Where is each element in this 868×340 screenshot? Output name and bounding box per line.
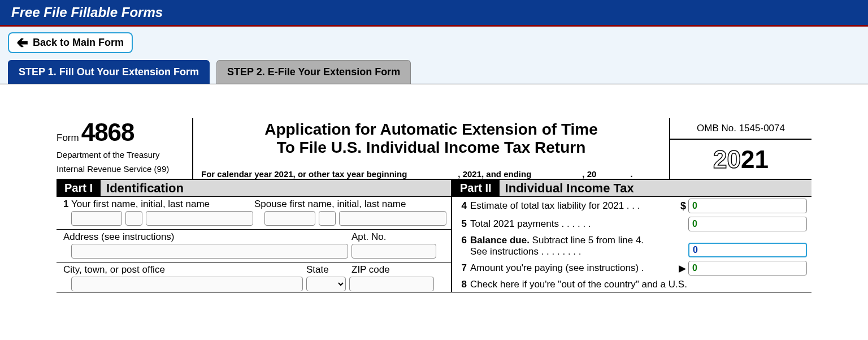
line-7-input[interactable] (688, 261, 807, 276)
line-4-label: Estimate of total tax liability for 2021… (470, 200, 677, 212)
city-label: City, town, or post office (63, 264, 165, 275)
tab-step-2[interactable]: STEP 2. E-File Your Extension Form (216, 60, 411, 84)
initial-input[interactable] (125, 211, 142, 226)
first-name-input[interactable] (71, 211, 122, 226)
app-title: Free File Fillable Forms (11, 5, 163, 20)
subheader: 🡰 Back to Main Form STEP 1. Fill Out You… (0, 27, 868, 84)
line-7-label: Amount you're paying (see instructions) … (470, 262, 679, 274)
app-header: Free File Fillable Forms (0, 0, 868, 27)
dept-line-1: Department of the Treasury (57, 150, 184, 161)
arrow-left-icon: 🡰 (17, 37, 28, 49)
part-2-badge: Part II (452, 180, 500, 196)
part-1-title: Identification (101, 181, 184, 196)
part-2-header: Part II Individual Income Tax (452, 180, 811, 197)
last-name-input[interactable] (146, 211, 253, 226)
part-1-header: Part I Identification (57, 180, 451, 197)
part-1-badge: Part I (57, 180, 101, 196)
zip-label: ZIP code (351, 264, 390, 275)
state-label: State (306, 264, 329, 275)
dollar-sign: $ (677, 200, 688, 212)
form-header: Form 4868 Department of the Treasury Int… (57, 118, 811, 180)
apt-label: Apt. No. (351, 231, 386, 242)
line-5-input[interactable] (688, 217, 807, 231)
part-2-title: Individual Income Tax (500, 181, 634, 196)
spouse-initial-input[interactable] (319, 211, 336, 226)
address-label: Address (see instructions) (63, 231, 175, 242)
line-6-label: Balance due. Subtract line 5 from line 4… (470, 235, 677, 257)
triangle-right-icon: ▶ (679, 262, 686, 274)
spouse-last-name-input[interactable] (339, 211, 446, 226)
form-title-line-2: To File U.S. Individual Income Tax Retur… (201, 139, 661, 157)
line-5-label: Total 2021 payments . . . . . . (470, 218, 677, 230)
line-1-spouse-label: Spouse first name, initial, last name (254, 199, 406, 209)
address-input[interactable] (71, 244, 348, 259)
part-1-column: Part I Identification 1Your first name, … (57, 180, 452, 292)
tab-step-1[interactable]: STEP 1. Fill Out Your Extension Form (8, 60, 210, 84)
omb-number: OMB No. 1545-0074 (670, 118, 811, 140)
line-4-input[interactable] (688, 199, 807, 213)
spouse-first-name-input[interactable] (264, 211, 315, 226)
form-title-line-1: Application for Automatic Extension of T… (201, 120, 661, 139)
city-input[interactable] (71, 277, 303, 291)
tax-year: 2021 (670, 140, 811, 179)
zip-input[interactable] (349, 277, 434, 291)
line-6-input[interactable] (688, 243, 807, 257)
apt-input[interactable] (351, 244, 436, 259)
state-select[interactable] (306, 277, 346, 291)
line-1-self-label: Your first name, initial, last name (71, 199, 210, 209)
part-2-column: Part II Individual Income Tax 4 Estimate… (452, 180, 811, 292)
dept-line-2: Internal Revenue Service (99) (57, 164, 184, 175)
step-tabs: STEP 1. Fill Out Your Extension Form STE… (8, 60, 860, 84)
form-number: 4868 (81, 118, 134, 147)
form-container: Form 4868 Department of the Treasury Int… (0, 84, 868, 292)
line-8-label: Check here if you're "out of the country… (470, 279, 807, 290)
back-to-main-button[interactable]: 🡰 Back to Main Form (8, 32, 133, 53)
back-label: Back to Main Form (33, 37, 124, 49)
form-label: Form (57, 132, 79, 144)
calendar-year-line: For calendar year 2021, or other tax yea… (201, 169, 661, 179)
